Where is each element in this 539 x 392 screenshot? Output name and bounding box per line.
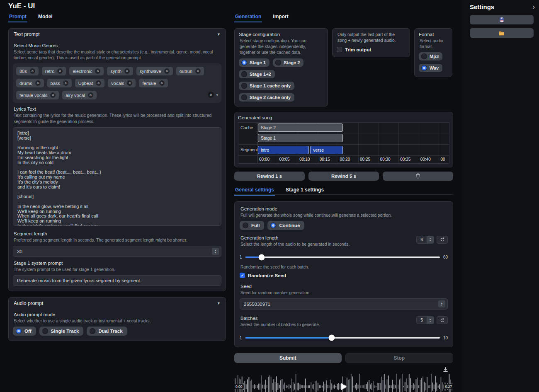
genre-tag[interactable]: drums✕ — [16, 79, 44, 87]
number-spinner-icon[interactable]: ▲▼ — [427, 317, 434, 324]
batches-reset-button[interactable] — [437, 316, 448, 324]
genre-tag[interactable]: vocals✕ — [108, 79, 136, 87]
timeline-bar-intro[interactable]: intro — [258, 146, 309, 154]
tab-general-settings[interactable]: General settings — [234, 186, 275, 196]
number-spinner-icon[interactable]: ▲▼ — [427, 236, 434, 243]
randomize-seed-checkbox-row[interactable]: ✓ Randomize Seed — [240, 273, 448, 278]
genre-tag[interactable]: outrun✕ — [176, 67, 204, 75]
remove-tag-icon[interactable]: ✕ — [159, 80, 165, 86]
batches-slider[interactable] — [245, 337, 440, 339]
tab-prompt[interactable]: Prompt — [8, 12, 27, 22]
genre-tag[interactable]: synthwave✕ — [136, 67, 173, 75]
radio-option-single-track[interactable]: Single Track — [39, 327, 84, 336]
waveform-1[interactable]: 0:00 0:27 — [234, 374, 453, 392]
randomize-seed-label: Randomize Seed — [248, 273, 286, 278]
trim-output-description: Only output the last part of the song + … — [337, 32, 405, 44]
number-spinner-icon[interactable]: ▲▼ — [212, 248, 219, 255]
radio-option-stage-1-cache-only[interactable]: Stage 1 cache only — [239, 82, 294, 90]
slider-handle[interactable] — [329, 335, 335, 341]
load-settings-button[interactable] — [470, 28, 534, 38]
remove-tag-icon[interactable]: ✕ — [57, 68, 63, 74]
rewind-1s-button[interactable]: Rewind 1 s — [234, 172, 305, 181]
genre-tag[interactable]: 80s✕ — [16, 67, 39, 75]
remove-tag-icon[interactable]: ✕ — [30, 68, 35, 74]
radio-option-wav[interactable]: Wav — [419, 64, 442, 72]
lyrics-textarea[interactable]: [intro] [verse] Running in the night My … — [13, 127, 221, 226]
genre-tag[interactable]: synth✕ — [107, 67, 133, 75]
timeline-bar-stage-1[interactable]: Stage 1 — [258, 134, 343, 142]
genre-multiselect[interactable]: 80s✕retro✕electronic✕synth✕synthwave✕out… — [13, 63, 221, 103]
audio-prompt-accordion-header[interactable]: Audio prompt ▼ — [9, 298, 226, 307]
stage1-prompt-input[interactable]: Generate music from the given lyrics seg… — [13, 275, 221, 286]
remove-tag-icon[interactable]: ✕ — [124, 68, 130, 74]
generation-length-reset-button[interactable] — [437, 236, 448, 244]
radio-option-continue[interactable]: Continue — [267, 221, 304, 230]
genre-tag[interactable]: Upbeat✕ — [75, 79, 104, 87]
remove-tag-icon[interactable]: ✕ — [195, 68, 201, 74]
genre-tag[interactable]: bass✕ — [47, 79, 72, 87]
chevron-down-icon[interactable]: ▾ — [216, 93, 218, 97]
remove-tag-icon[interactable]: ✕ — [35, 80, 41, 86]
tab-import[interactable]: Import — [272, 12, 289, 22]
number-spinner-icon[interactable]: ▲▼ — [438, 300, 445, 307]
radio-option-stage-2[interactable]: Stage 2 — [273, 58, 303, 67]
tab-stage1-settings[interactable]: Stage 1 settings — [285, 186, 325, 195]
tab-model[interactable]: Model — [37, 12, 53, 22]
remove-tag-icon[interactable]: ✕ — [63, 80, 68, 86]
segment-length-input[interactable]: 30 ▲▼ — [13, 246, 221, 257]
segments-track[interactable]: introverse — [257, 145, 449, 155]
randomize-seed-checkbox[interactable]: ✓ — [240, 273, 245, 278]
genre-tag-label: 80s — [19, 69, 27, 74]
genre-tag[interactable]: airy vocal✕ — [62, 91, 96, 99]
submit-button[interactable]: Submit — [234, 353, 342, 363]
download-icon[interactable] — [443, 367, 448, 373]
radio-option-dual-track[interactable]: Dual Track — [87, 327, 127, 336]
text-prompt-accordion-header[interactable]: Text prompt ▼ — [9, 29, 226, 39]
remove-tag-icon[interactable]: ✕ — [95, 68, 100, 74]
timeline-bar-verse[interactable]: verse — [310, 146, 343, 154]
radio-dot — [241, 83, 247, 89]
trim-output-checkbox[interactable] — [337, 47, 342, 52]
sidebar-title: Settings — [470, 3, 494, 10]
seed-input[interactable]: 2655030971 ▲▼ — [240, 298, 448, 310]
genre-tag[interactable]: female vocals✕ — [16, 91, 59, 99]
genre-tag[interactable]: electronic✕ — [69, 67, 104, 75]
collapse-sidebar-icon[interactable]: › — [533, 4, 535, 10]
stop-button[interactable]: Stop — [345, 353, 454, 363]
remove-tag-icon[interactable]: ✕ — [127, 80, 132, 86]
genre-tag[interactable]: female✕ — [139, 79, 168, 87]
rewind-5s-button[interactable]: Rewind 5 s — [308, 172, 379, 181]
play-button[interactable] — [341, 383, 347, 390]
cache-track[interactable]: Stage 2Stage 1 — [257, 123, 449, 144]
remove-tag-icon[interactable]: ✕ — [164, 68, 170, 74]
radio-option-stage-1-2[interactable]: Stage 1+2 — [239, 70, 275, 78]
trash-icon — [415, 173, 420, 179]
genre-tag[interactable]: retro✕ — [42, 67, 66, 75]
radio-dot — [270, 223, 276, 228]
radio-option-label: Dual Track — [98, 329, 122, 334]
delete-song-button[interactable] — [383, 172, 453, 181]
radio-option-mp3[interactable]: Mp3 — [419, 52, 442, 60]
clear-all-icon[interactable]: ✕ — [208, 92, 214, 98]
generation-length-slider[interactable] — [245, 256, 440, 258]
tab-generation[interactable]: Generation — [234, 12, 262, 22]
radio-option-stage-1[interactable]: Stage 1 — [239, 58, 270, 67]
trim-output-checkbox-row[interactable]: Trim output — [337, 47, 405, 52]
slider-handle[interactable] — [259, 254, 265, 260]
generation-length-number-input[interactable]: 6 ▲▼ — [416, 236, 434, 244]
remove-tag-icon[interactable]: ✕ — [96, 80, 101, 86]
save-settings-button[interactable] — [470, 15, 534, 24]
segments-row-label: Segments — [238, 145, 257, 155]
remove-tag-icon[interactable]: ✕ — [88, 92, 93, 98]
timeline-tick-label: 00:00 — [259, 157, 270, 162]
radio-option-full[interactable]: Full — [240, 221, 264, 230]
radio-option-off[interactable]: Off — [13, 327, 36, 336]
audio-player-1: 0:00 0:27 ✓ ✕ — [234, 367, 453, 392]
batches-number-input[interactable]: 5 ▲▼ — [416, 316, 434, 324]
remove-tag-icon[interactable]: ✕ — [50, 92, 56, 98]
text-prompt-title: Text prompt — [14, 31, 40, 37]
time-total-badge: 0:27 — [444, 384, 453, 389]
lyrics-description: Text containing the lyrics for the music… — [14, 113, 221, 124]
radio-option-stage-2-cache-only[interactable]: Stage 2 cache only — [239, 93, 294, 102]
timeline-bar-stage-2[interactable]: Stage 2 — [258, 123, 343, 132]
